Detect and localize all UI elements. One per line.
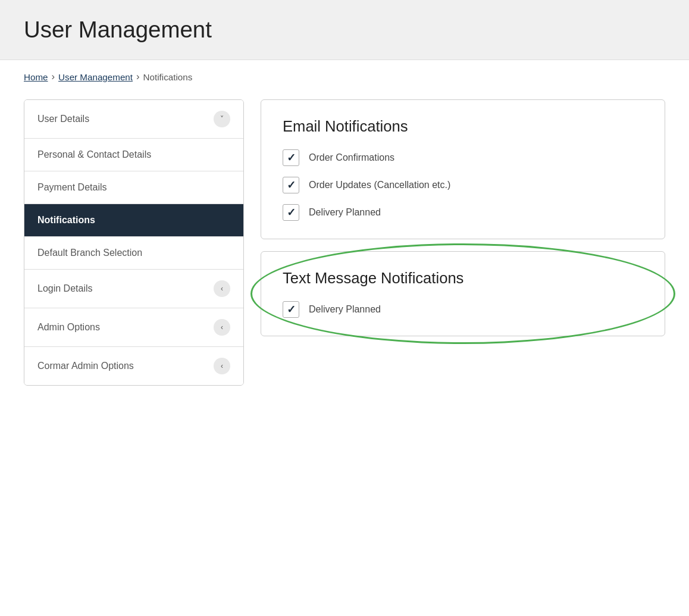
breadcrumb-sep-2: › (136, 71, 140, 83)
check-icon: ✓ (287, 179, 296, 192)
check-icon: ✓ (287, 304, 296, 316)
email-notifications-title: Email Notifications (283, 118, 643, 135)
text-delivery-planned-label: Delivery Planned (309, 304, 381, 315)
sidebar-item-label: Notifications (37, 215, 95, 226)
email-order-confirmations-row: ✓ Order Confirmations (283, 149, 643, 166)
page-title: User Management (24, 17, 665, 43)
check-icon: ✓ (287, 207, 296, 219)
sidebar-item-payment-details[interactable]: Payment Details (24, 171, 243, 204)
check-icon: ✓ (287, 152, 296, 164)
sidebar-item-default-branch[interactable]: Default Branch Selection (24, 237, 243, 270)
text-delivery-planned-checkbox[interactable]: ✓ (283, 301, 299, 318)
order-confirmations-label: Order Confirmations (309, 152, 394, 163)
left-panel: User Details ˅ Personal & Contact Detail… (24, 99, 244, 386)
chevron-left-icon: ‹ (214, 280, 230, 297)
text-notifications-title: Text Message Notifications (283, 270, 643, 287)
breadcrumb-sep-1: › (52, 71, 55, 83)
main-content: User Details ˅ Personal & Contact Detail… (0, 93, 689, 409)
text-notifications-card: Text Message Notifications ✓ Delivery Pl… (261, 251, 665, 336)
sidebar-item-label: Cormar Admin Options (37, 361, 134, 371)
breadcrumb-home[interactable]: Home (24, 72, 48, 82)
sidebar-item-cormar-admin[interactable]: Cormar Admin Options ‹ (24, 347, 243, 385)
sidebar-item-label: Personal & Contact Details (37, 149, 151, 160)
sidebar-item-label: Admin Options (37, 322, 100, 333)
email-delivery-planned-label: Delivery Planned (309, 207, 381, 218)
breadcrumb: Home › User Management › Notifications (0, 60, 689, 93)
sidebar-item-user-details[interactable]: User Details ˅ (24, 100, 243, 139)
email-delivery-planned-checkbox[interactable]: ✓ (283, 204, 299, 221)
page-header: User Management (0, 0, 689, 60)
sidebar-item-label: Login Details (37, 283, 93, 294)
breadcrumb-current: Notifications (143, 72, 193, 82)
sidebar-item-label: Payment Details (37, 182, 107, 193)
sidebar-item-personal-contact[interactable]: Personal & Contact Details (24, 139, 243, 171)
breadcrumb-user-management[interactable]: User Management (58, 72, 133, 82)
sidebar-item-notifications[interactable]: Notifications (24, 204, 243, 237)
sidebar-item-admin-options[interactable]: Admin Options ‹ (24, 308, 243, 347)
email-notifications-card: Email Notifications ✓ Order Confirmation… (261, 99, 665, 239)
sidebar-item-login-details[interactable]: Login Details ‹ (24, 270, 243, 308)
email-order-updates-row: ✓ Order Updates (Cancellation etc.) (283, 177, 643, 193)
chevron-left-icon: ‹ (214, 358, 230, 374)
text-delivery-planned-row: ✓ Delivery Planned (283, 301, 643, 318)
sidebar-item-label: User Details (37, 114, 89, 124)
order-updates-checkbox[interactable]: ✓ (283, 177, 299, 193)
email-delivery-planned-row: ✓ Delivery Planned (283, 204, 643, 221)
order-updates-label: Order Updates (Cancellation etc.) (309, 180, 450, 190)
order-confirmations-checkbox[interactable]: ✓ (283, 149, 299, 166)
chevron-left-icon: ‹ (214, 319, 230, 336)
sidebar-item-label: Default Branch Selection (37, 248, 142, 258)
chevron-down-icon: ˅ (214, 111, 230, 127)
right-panel: Email Notifications ✓ Order Confirmation… (261, 99, 665, 336)
